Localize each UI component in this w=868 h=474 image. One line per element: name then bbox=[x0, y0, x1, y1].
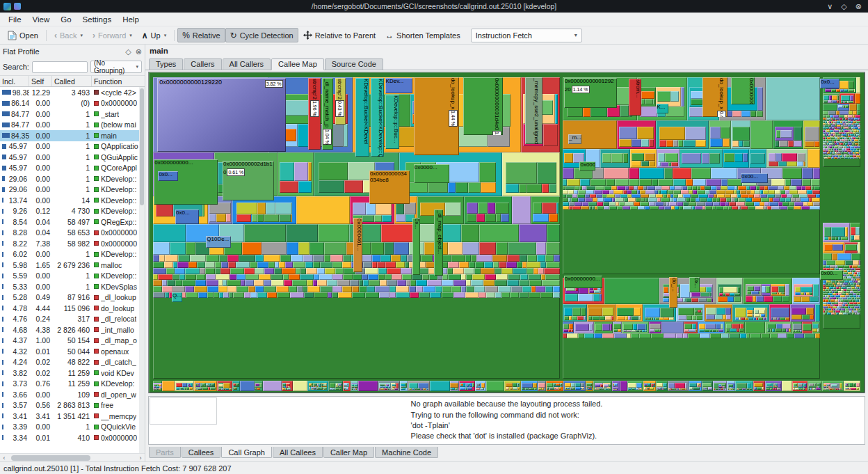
treemap-tile[interactable] bbox=[359, 286, 367, 292]
treemap-tile[interactable] bbox=[797, 153, 805, 161]
table-row[interactable]: 5.280.4987 916_dl_lookup bbox=[0, 292, 145, 303]
treemap-tile[interactable] bbox=[337, 280, 350, 286]
treemap-tile[interactable] bbox=[662, 389, 663, 390]
table-row[interactable]: 3.390.001QQuickVie bbox=[0, 422, 145, 433]
treemap-tile[interactable] bbox=[594, 333, 602, 339]
treemap-tile[interactable] bbox=[298, 181, 312, 193]
treemap-tile[interactable] bbox=[629, 168, 639, 179]
treemap-tile[interactable] bbox=[705, 324, 715, 329]
treemap-tile[interactable] bbox=[280, 181, 298, 193]
table-row[interactable]: 3.730.7611 259KDevelop: bbox=[0, 379, 145, 390]
treemap-tile[interactable] bbox=[611, 153, 623, 163]
table-header[interactable]: Incl. Self Called Function bbox=[0, 75, 145, 87]
callee-treemap[interactable]: 0x00000000001292203.82 %strcmp'21.96 %_d… bbox=[148, 72, 865, 393]
treemap-tile[interactable] bbox=[739, 329, 744, 332]
treemap-tile[interactable] bbox=[542, 280, 561, 286]
treemap-tile[interactable] bbox=[629, 388, 631, 390]
treemap-tile[interactable] bbox=[618, 329, 621, 332]
treemap-tile[interactable] bbox=[501, 214, 508, 222]
table-row[interactable]: 3.413.411 351 421__memcpy bbox=[0, 411, 145, 422]
treemap-tile[interactable] bbox=[220, 268, 230, 274]
treemap-tile[interactable] bbox=[691, 99, 702, 104]
treemap-tile[interactable] bbox=[430, 381, 450, 391]
treemap-tile[interactable] bbox=[800, 330, 802, 332]
treemap-tile[interactable] bbox=[732, 324, 741, 329]
treemap-tile[interactable] bbox=[499, 262, 506, 268]
treemap-tile[interactable] bbox=[210, 387, 216, 390]
treemap-tile[interactable] bbox=[285, 262, 293, 268]
treemap-tile[interactable] bbox=[216, 214, 226, 222]
treemap-tile[interactable] bbox=[207, 286, 218, 292]
treemap-tile[interactable] bbox=[780, 317, 785, 320]
treemap-tile[interactable] bbox=[737, 383, 747, 388]
treemap-tile[interactable] bbox=[519, 292, 529, 299]
treemap-tile[interactable] bbox=[257, 214, 264, 221]
treemap-tile[interactable] bbox=[242, 242, 262, 255]
treemap-tile[interactable] bbox=[641, 161, 649, 166]
treemap-tile[interactable] bbox=[510, 388, 511, 389]
treemap-tile[interactable] bbox=[466, 274, 472, 281]
treemap-tile[interactable] bbox=[604, 206, 610, 210]
treemap-tile[interactable] bbox=[555, 94, 558, 124]
treemap-tile[interactable] bbox=[661, 322, 684, 333]
treemap-tile[interactable] bbox=[409, 383, 418, 388]
treemap-tile[interactable] bbox=[445, 203, 461, 216]
treemap-tile[interactable] bbox=[166, 268, 175, 274]
treemap-tile[interactable] bbox=[853, 384, 855, 386]
treemap-tile[interactable] bbox=[527, 262, 540, 268]
treemap-tile[interactable] bbox=[782, 381, 792, 391]
treemap-tile[interactable] bbox=[728, 297, 734, 302]
treemap-tile[interactable] bbox=[766, 317, 767, 320]
treemap-tile[interactable] bbox=[214, 292, 219, 299]
treemap-tile[interactable] bbox=[542, 203, 556, 214]
treemap-tile[interactable] bbox=[190, 255, 207, 262]
treemap-tile[interactable] bbox=[459, 262, 469, 268]
table-row[interactable]: 8.280.0458 6530x0000000 bbox=[0, 228, 145, 239]
treemap-tile[interactable] bbox=[567, 333, 578, 339]
treemap-tile[interactable] bbox=[732, 141, 739, 147]
treemap-tile[interactable] bbox=[481, 383, 485, 388]
table-row[interactable]: 84.770.001(below mai bbox=[0, 120, 145, 131]
treemap-tile[interactable] bbox=[422, 274, 428, 281]
treemap-tile[interactable] bbox=[695, 206, 702, 210]
treemap-tile[interactable] bbox=[682, 153, 701, 164]
treemap-tile[interactable] bbox=[584, 316, 586, 319]
treemap-tile[interactable] bbox=[581, 206, 588, 210]
treemap-tile[interactable] bbox=[427, 280, 441, 286]
treemap-tile[interactable] bbox=[632, 161, 641, 166]
treemap-tile[interactable] bbox=[567, 179, 579, 185]
treemap-tile[interactable] bbox=[617, 206, 622, 210]
treemap-tile[interactable] bbox=[686, 298, 691, 302]
treemap-tile[interactable] bbox=[319, 162, 348, 180]
treemap-tile[interactable] bbox=[823, 95, 829, 100]
treemap-tile[interactable] bbox=[802, 315, 809, 319]
treemap-tile[interactable] bbox=[815, 333, 820, 339]
treemap-cell[interactable]: 0x00000000001292203.82 % bbox=[157, 78, 285, 152]
treemap-tile[interactable] bbox=[268, 262, 275, 268]
treemap-tile[interactable] bbox=[255, 384, 259, 386]
treemap-tile[interactable] bbox=[451, 286, 460, 292]
menu-settings[interactable]: Settings bbox=[77, 14, 118, 25]
treemap-tile[interactable] bbox=[501, 268, 513, 274]
treemap-tile[interactable] bbox=[641, 139, 649, 146]
treemap-tile[interactable] bbox=[164, 262, 173, 268]
treemap-tile[interactable] bbox=[371, 242, 384, 255]
treemap-tile[interactable] bbox=[207, 292, 214, 299]
treemap-tile[interactable] bbox=[461, 286, 466, 292]
treemap-tile[interactable] bbox=[287, 242, 299, 255]
treemap-tile[interactable] bbox=[493, 262, 499, 268]
treemap-tile[interactable] bbox=[330, 255, 343, 262]
treemap-tile[interactable] bbox=[747, 383, 750, 388]
treemap-tile[interactable] bbox=[671, 162, 677, 166]
treemap-tile[interactable] bbox=[743, 153, 748, 162]
table-row[interactable]: 4.240.0248 822_dl_catch_ bbox=[0, 357, 145, 368]
treemap-tile[interactable] bbox=[219, 292, 224, 299]
treemap-cell[interactable]: 0x0... bbox=[158, 171, 178, 182]
treemap-tile[interactable] bbox=[615, 179, 629, 185]
treemap-tile[interactable] bbox=[743, 141, 750, 147]
treemap-tile[interactable] bbox=[673, 140, 677, 146]
treemap-tile[interactable] bbox=[435, 286, 443, 292]
grouping-select[interactable]: (No Grouping) ▾ bbox=[90, 61, 142, 73]
treemap-tile[interactable] bbox=[563, 168, 574, 179]
treemap-tile[interactable] bbox=[279, 214, 291, 221]
